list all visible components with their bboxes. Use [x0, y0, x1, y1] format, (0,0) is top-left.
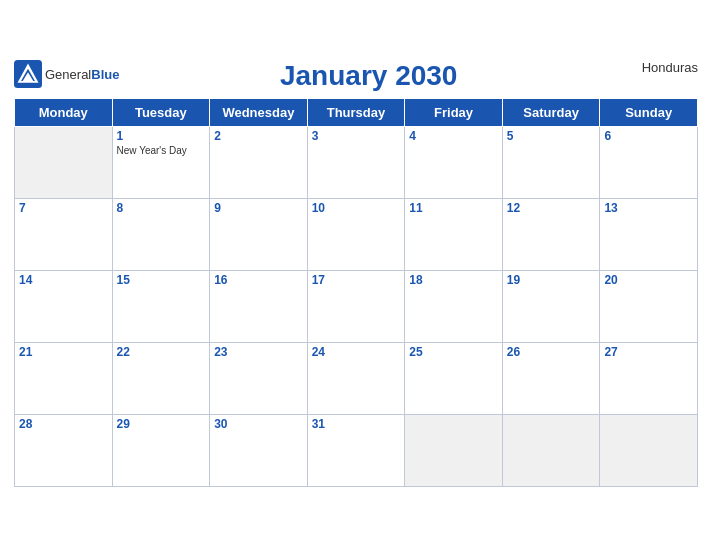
calendar-day: [15, 126, 113, 198]
col-thursday: Thursday: [307, 98, 405, 126]
day-number: 27: [604, 345, 693, 359]
day-number: 23: [214, 345, 303, 359]
calendar-day: 7: [15, 198, 113, 270]
calendar-day: 19: [502, 270, 600, 342]
col-monday: Monday: [15, 98, 113, 126]
col-wednesday: Wednesday: [210, 98, 308, 126]
calendar-table: Monday Tuesday Wednesday Thursday Friday…: [14, 98, 698, 487]
calendar-day: 29: [112, 414, 210, 486]
calendar-day: 4: [405, 126, 503, 198]
calendar-day: 11: [405, 198, 503, 270]
day-number: 17: [312, 273, 401, 287]
logo-blue-text: Blue: [91, 67, 119, 82]
calendar-day: 13: [600, 198, 698, 270]
calendar-thead: Monday Tuesday Wednesday Thursday Friday…: [15, 98, 698, 126]
day-number: 22: [117, 345, 206, 359]
day-number: 19: [507, 273, 596, 287]
calendar-day: 16: [210, 270, 308, 342]
calendar-day: 17: [307, 270, 405, 342]
day-number: 8: [117, 201, 206, 215]
day-number: 24: [312, 345, 401, 359]
calendar-day: 5: [502, 126, 600, 198]
day-number: 2: [214, 129, 303, 143]
day-header-row: Monday Tuesday Wednesday Thursday Friday…: [15, 98, 698, 126]
logo-area: GeneralBlue: [14, 60, 119, 88]
day-number: 12: [507, 201, 596, 215]
day-number: 31: [312, 417, 401, 431]
calendar-day: 30: [210, 414, 308, 486]
col-saturday: Saturday: [502, 98, 600, 126]
calendar-day: 12: [502, 198, 600, 270]
logo-general-text: General: [45, 67, 91, 82]
calendar-day: 2: [210, 126, 308, 198]
calendar-day: 18: [405, 270, 503, 342]
day-number: 15: [117, 273, 206, 287]
day-number: 16: [214, 273, 303, 287]
day-number: 18: [409, 273, 498, 287]
day-number: 11: [409, 201, 498, 215]
calendar-day: 8: [112, 198, 210, 270]
day-number: 3: [312, 129, 401, 143]
calendar-day: [405, 414, 503, 486]
calendar-day: 9: [210, 198, 308, 270]
day-number: 1: [117, 129, 206, 143]
calendar-day: 6: [600, 126, 698, 198]
calendar-day: 22: [112, 342, 210, 414]
day-number: 10: [312, 201, 401, 215]
day-number: 25: [409, 345, 498, 359]
day-number: 26: [507, 345, 596, 359]
calendar-day: 15: [112, 270, 210, 342]
calendar-day: 23: [210, 342, 308, 414]
calendar-week-2: 78910111213: [15, 198, 698, 270]
day-number: 14: [19, 273, 108, 287]
day-number: 20: [604, 273, 693, 287]
calendar-week-4: 21222324252627: [15, 342, 698, 414]
calendar-day: 1New Year's Day: [112, 126, 210, 198]
day-number: 4: [409, 129, 498, 143]
calendar-day: 10: [307, 198, 405, 270]
col-sunday: Sunday: [600, 98, 698, 126]
generalblue-logo-icon: [14, 60, 42, 88]
day-number: 29: [117, 417, 206, 431]
calendar-day: 25: [405, 342, 503, 414]
day-number: 6: [604, 129, 693, 143]
calendar-day: 3: [307, 126, 405, 198]
day-number: 5: [507, 129, 596, 143]
day-number: 9: [214, 201, 303, 215]
calendar-day: 20: [600, 270, 698, 342]
col-friday: Friday: [405, 98, 503, 126]
calendar-week-1: 1New Year's Day23456: [15, 126, 698, 198]
calendar-wrapper: GeneralBlue January 2030 Honduras Monday…: [0, 50, 712, 501]
calendar-day: 28: [15, 414, 113, 486]
calendar-header: GeneralBlue January 2030 Honduras: [14, 60, 698, 92]
country-label: Honduras: [618, 60, 698, 75]
day-number: 7: [19, 201, 108, 215]
calendar-day: 21: [15, 342, 113, 414]
day-number: 13: [604, 201, 693, 215]
calendar-body: 1New Year's Day2345678910111213141516171…: [15, 126, 698, 486]
calendar-day: [502, 414, 600, 486]
calendar-day: 24: [307, 342, 405, 414]
holiday-label: New Year's Day: [117, 145, 206, 156]
calendar-week-3: 14151617181920: [15, 270, 698, 342]
calendar-title: January 2030: [119, 60, 618, 92]
day-number: 30: [214, 417, 303, 431]
calendar-day: 14: [15, 270, 113, 342]
calendar-day: [600, 414, 698, 486]
logo-text: GeneralBlue: [45, 65, 119, 83]
day-number: 28: [19, 417, 108, 431]
calendar-day: 31: [307, 414, 405, 486]
day-number: 21: [19, 345, 108, 359]
col-tuesday: Tuesday: [112, 98, 210, 126]
calendar-day: 27: [600, 342, 698, 414]
calendar-week-5: 28293031: [15, 414, 698, 486]
calendar-day: 26: [502, 342, 600, 414]
